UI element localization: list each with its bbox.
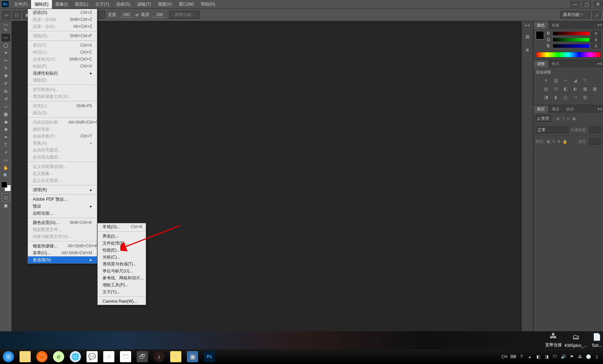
menu-item[interactable]: 键盘快捷键...Alt+Shift+Ctrl+K bbox=[28, 242, 97, 249]
menu-edit[interactable]: 编辑(E) bbox=[31, 0, 52, 9]
menu-item[interactable]: 拷贝(C)Ctrl+C bbox=[28, 49, 97, 56]
menu-item[interactable]: 清理(R)▸ bbox=[28, 186, 97, 193]
tool-preset-icon[interactable]: ▭ bbox=[2, 11, 10, 19]
menu-item[interactable]: 还原(O)Ctrl+Z bbox=[28, 9, 97, 16]
adj-photo-filter-icon[interactable]: ◐ bbox=[572, 86, 578, 92]
tray-icon[interactable]: ⚑ bbox=[569, 354, 574, 359]
tray-icon[interactable]: ◨ bbox=[544, 354, 549, 359]
taskbar-app-2[interactable]: 🌐 bbox=[67, 350, 84, 363]
color-flyout[interactable]: ▾≡ bbox=[597, 23, 603, 28]
g-slider[interactable] bbox=[553, 38, 589, 41]
menu-item[interactable]: 转换为配置文件(V)... bbox=[28, 233, 97, 240]
shape-tool[interactable]: ▭ bbox=[2, 156, 10, 164]
menu-item[interactable]: 粘贴(P)Ctrl+V bbox=[28, 63, 97, 70]
history-panel-icon[interactable]: ▥ bbox=[523, 32, 532, 41]
opacity-field[interactable] bbox=[589, 126, 601, 133]
taskbar-app-3[interactable]: 💬 bbox=[84, 350, 100, 363]
heal-tool[interactable]: ✚ bbox=[2, 72, 10, 80]
refine-edge-button[interactable]: 调整边缘... bbox=[169, 11, 200, 19]
filter-smart-icon[interactable]: ▣ bbox=[572, 116, 576, 121]
properties-panel-icon[interactable]: ≣ bbox=[523, 46, 532, 54]
adj-vibrance-icon[interactable]: ▽ bbox=[582, 78, 588, 83]
menu-item[interactable]: 查找和替换文本(X)... bbox=[28, 93, 97, 100]
path-select-tool[interactable]: ↗ bbox=[2, 149, 10, 156]
menu-item[interactable]: 合并拷贝(Y)Shift+Ctrl+C bbox=[28, 56, 97, 63]
quick-mask-toggle[interactable]: ◻ bbox=[2, 193, 10, 202]
adj-levels-icon[interactable]: ▥ bbox=[552, 78, 559, 83]
workspace-switcher[interactable]: 基本功能 ÷ bbox=[560, 11, 590, 19]
history-brush-tool[interactable]: ↺ bbox=[2, 95, 10, 103]
menu-item[interactable]: 操控变形 bbox=[28, 126, 97, 133]
menu-item[interactable]: 光标(C)... bbox=[98, 254, 146, 261]
layers-tab[interactable]: 图层 bbox=[534, 106, 548, 113]
adj-curves-icon[interactable]: ∿ bbox=[562, 78, 568, 83]
adj-posterize-icon[interactable]: ▮ bbox=[552, 94, 559, 100]
menu-item[interactable]: 内容识别比例Alt+Shift+Ctrl+C bbox=[28, 119, 97, 126]
adj-threshold-icon[interactable]: ◫ bbox=[562, 94, 568, 100]
adj-bw-icon[interactable]: ◧ bbox=[562, 86, 568, 92]
menu-view[interactable]: 视图(V) bbox=[154, 0, 175, 9]
taskbar-explorer[interactable]: 🗂 bbox=[17, 350, 33, 363]
tray-keyboard-icon[interactable]: ⌨ bbox=[510, 354, 516, 359]
menu-item[interactable]: 指定配置文件... bbox=[28, 226, 97, 233]
strip-grip[interactable]: ▸◂ bbox=[525, 23, 529, 28]
type-tool[interactable]: T bbox=[2, 141, 10, 149]
gradient-tool[interactable]: ▦ bbox=[2, 110, 10, 118]
eyedropper-tool[interactable]: ✎ bbox=[2, 64, 10, 72]
brush-tool[interactable]: ✐ bbox=[2, 80, 10, 87]
menu-type[interactable]: 文字(Y) bbox=[92, 0, 113, 9]
taskbar-app-5[interactable]: 🗔 bbox=[117, 350, 134, 363]
menu-item[interactable]: 透明度与色域(T)... bbox=[98, 261, 146, 268]
dodge-tool[interactable]: ✾ bbox=[2, 126, 10, 133]
layers-list[interactable] bbox=[534, 147, 603, 347]
menu-item[interactable]: 选择性粘贴(I)▸ bbox=[28, 70, 97, 77]
filter-adjust-icon[interactable]: ◐ bbox=[557, 116, 560, 121]
menu-file[interactable]: 文件(F) bbox=[10, 0, 31, 9]
menu-item[interactable]: 定义画笔预设(B)... bbox=[28, 163, 97, 170]
adjust-flyout[interactable]: ▾≡ bbox=[597, 61, 603, 66]
swatches-tab[interactable]: 色板 bbox=[548, 22, 563, 29]
menu-item[interactable]: 描边(S)... bbox=[28, 109, 97, 116]
menu-image[interactable]: 图像(I) bbox=[52, 0, 71, 9]
menu-item[interactable]: 自动混合图层... bbox=[28, 154, 97, 161]
taskbar-photoshop[interactable]: Ps bbox=[201, 350, 218, 363]
menu-filter[interactable]: 滤镜(T) bbox=[134, 0, 154, 9]
tray-icon[interactable]: 🔊 bbox=[560, 354, 566, 359]
menu-layer[interactable]: 图层(L) bbox=[71, 0, 92, 9]
fg-bg-swatches[interactable] bbox=[1, 181, 11, 191]
desktop-icon[interactable]: 📄Tort... bbox=[586, 331, 603, 348]
crop-tool[interactable]: ✂ bbox=[2, 57, 10, 64]
menu-item[interactable]: 拼写检查(H)... bbox=[28, 86, 97, 93]
lock-pos-icon[interactable]: ✥ bbox=[557, 139, 560, 144]
menu-item[interactable]: 单位与标尺(U)... bbox=[98, 268, 146, 274]
fg-color[interactable] bbox=[1, 181, 7, 188]
pen-tool[interactable]: ✒ bbox=[2, 133, 10, 141]
lasso-tool[interactable]: ◯ bbox=[2, 41, 10, 49]
menu-select[interactable]: 选择(S) bbox=[113, 0, 134, 9]
adj-mixer-icon[interactable]: ▦ bbox=[582, 86, 588, 92]
clone-tool[interactable]: ⧉ bbox=[2, 87, 10, 95]
lock-trans-icon[interactable]: ▩ bbox=[547, 139, 550, 144]
maximize-button[interactable]: ▢ bbox=[582, 1, 591, 8]
start-button[interactable]: ⊞ bbox=[0, 350, 17, 363]
paths-tab[interactable]: 路径 bbox=[563, 106, 578, 113]
menu-item[interactable]: 颜色设置(G)...Shift+Ctrl+K bbox=[28, 219, 97, 226]
blend-mode-select[interactable]: 正常 bbox=[536, 126, 568, 133]
adjust-tab[interactable]: 调整 bbox=[534, 60, 548, 68]
menu-item[interactable]: 定义图案... bbox=[28, 170, 97, 177]
tray-icon[interactable]: ◧ bbox=[535, 354, 541, 359]
menu-item[interactable]: 变换(A)▸ bbox=[28, 140, 97, 147]
width-input[interactable] bbox=[119, 12, 133, 17]
styles-tab[interactable]: 样式 bbox=[548, 60, 563, 68]
menu-item[interactable]: 界面(I)... bbox=[98, 233, 146, 240]
filter-shape-icon[interactable]: ▭ bbox=[567, 116, 570, 121]
layers-flyout[interactable]: ▾≡ bbox=[597, 107, 603, 111]
adj-brightness-icon[interactable]: ☀ bbox=[543, 78, 549, 83]
lock-all-icon[interactable]: 🔒 bbox=[563, 139, 567, 144]
height-input[interactable] bbox=[152, 12, 166, 17]
taskbar-app-6[interactable]: 🗗 bbox=[134, 350, 151, 363]
g-value[interactable]: 0 bbox=[591, 37, 601, 42]
screen-mode-toggle[interactable]: ▣ bbox=[2, 202, 10, 209]
blur-tool[interactable]: ◉ bbox=[2, 118, 10, 126]
tray-icon[interactable]: 🖧 bbox=[577, 354, 583, 359]
